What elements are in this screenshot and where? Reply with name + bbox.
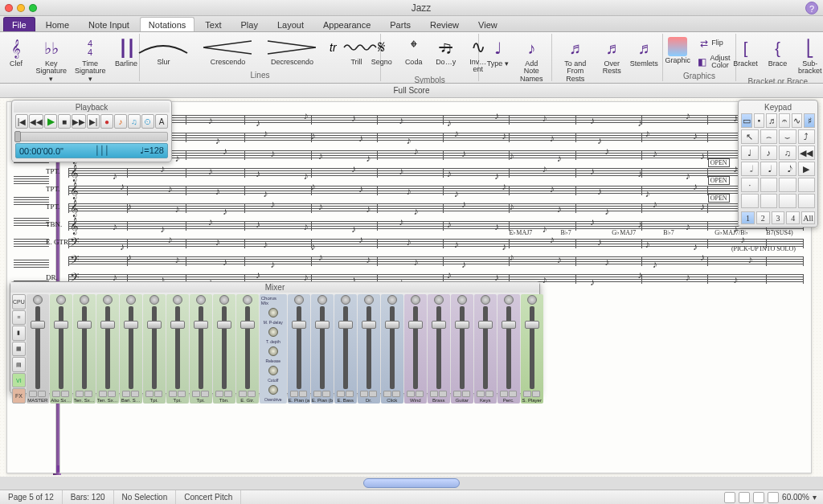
pan-knob[interactable] — [364, 295, 374, 305]
solo-button[interactable] — [439, 391, 447, 397]
mixer-channel[interactable]: Wind — [404, 294, 427, 404]
view-mode-4-button[interactable] — [768, 492, 779, 503]
slider-thumb[interactable] — [14, 131, 21, 142]
kp-r1c4[interactable]: ⤴ — [798, 129, 816, 144]
volume-fader[interactable] — [366, 306, 371, 389]
fader-cap[interactable] — [31, 321, 45, 329]
zoom-level[interactable]: 60.00% — [782, 493, 809, 502]
volume-fader[interactable] — [460, 306, 465, 389]
pan-knob[interactable] — [33, 295, 43, 305]
volume-fader[interactable] — [506, 306, 511, 389]
mixer-channel[interactable]: E. Pian (b) — [311, 294, 334, 404]
mute-button[interactable] — [407, 391, 415, 397]
kp-r1c3[interactable]: ⌣ — [779, 129, 796, 144]
pan-knob[interactable] — [504, 295, 514, 305]
forward-button[interactable]: ▶▶ — [72, 114, 86, 129]
zoom-icon[interactable] — [29, 4, 37, 12]
volume-fader[interactable] — [413, 306, 418, 389]
close-icon[interactable] — [5, 4, 13, 12]
pan-knob[interactable] — [294, 295, 304, 305]
mixer-channel[interactable]: Tbn. — [213, 294, 235, 404]
solo-button[interactable] — [61, 391, 69, 397]
pan-knob[interactable] — [149, 295, 159, 305]
fx-knob[interactable] — [268, 366, 278, 375]
mute-button[interactable] — [337, 391, 345, 397]
key-signature-button[interactable]: ♭♭Key Signature ▾ — [35, 35, 68, 84]
time-signature-button[interactable]: 44Time Signature ▾ — [72, 35, 108, 84]
fader-cap[interactable] — [170, 321, 185, 329]
mixer-view2-button[interactable]: ▮ — [12, 326, 26, 341]
solo-button[interactable] — [416, 391, 424, 397]
fader-cap[interactable] — [54, 321, 68, 329]
staff[interactable]: 𝄞♪♪♪♪♪♪♪♪♪♪♪♪♪♪ — [68, 133, 803, 142]
volume-fader[interactable] — [105, 306, 110, 389]
dont-play-button[interactable]: ♫Do…y — [432, 35, 460, 68]
fader-cap[interactable] — [478, 321, 493, 329]
kp-r2c1[interactable]: ♩ — [741, 145, 759, 160]
horizontal-scrollbar[interactable] — [0, 477, 823, 490]
beam-over-rests-button[interactable]: ♬Over Rests — [598, 35, 625, 77]
volume-fader[interactable] — [390, 306, 395, 389]
decrescendo-button[interactable]: Decrescendo — [262, 35, 321, 68]
mixer-channel[interactable]: Click — [381, 294, 403, 404]
mixer-vi-button[interactable]: VI — [12, 373, 26, 388]
keypad-filter-1[interactable]: 1 — [741, 211, 755, 224]
pan-knob[interactable] — [243, 295, 252, 305]
staff[interactable]: E. GTR.𝄢♪♪♪♪♪♪♪♪♪♪♪♪♪♪E♭MAJ7B♭7G♭MAJ7B♭7… — [68, 239, 803, 248]
record-button[interactable]: ● — [100, 114, 113, 129]
solo-button[interactable] — [462, 391, 470, 397]
mute-button[interactable] — [477, 391, 485, 397]
timeline-slider[interactable] — [15, 132, 168, 141]
keypad-tab-e[interactable]: ∿ — [792, 113, 803, 128]
pan-knob[interactable] — [457, 295, 467, 305]
play-button[interactable]: ▶ — [44, 114, 57, 129]
volume-fader[interactable] — [320, 306, 325, 389]
mute-button[interactable] — [145, 391, 154, 397]
kp-r3c4[interactable]: ▶ — [798, 162, 816, 176]
fader-cap[interactable] — [124, 321, 138, 329]
keypad-tab-c[interactable]: ♬ — [766, 113, 777, 128]
solo-button[interactable] — [178, 391, 186, 397]
metronome-button[interactable]: A — [155, 114, 168, 129]
mixer-channel[interactable]: Ten. Sx… — [73, 294, 96, 404]
fader-cap[interactable] — [77, 321, 92, 329]
pan-knob[interactable] — [80, 295, 89, 305]
stemlets-button[interactable]: ♬Stemlets — [630, 35, 657, 69]
keypad-panel[interactable]: Keypad ▭•♬𝄐∿♯ ↖⌢⌣⤴ ♩♪♫◀◀ 𝅗𝅥𝅘𝅥𝅘𝅥𝅮▶ · 1 2 … — [738, 100, 818, 227]
mute-button[interactable] — [383, 391, 391, 397]
mixer-channel[interactable]: Bari. S… — [120, 294, 142, 404]
flip-button[interactable]: ⇄Flip — [696, 35, 735, 51]
crescendo-button[interactable]: Crescendo — [198, 35, 257, 68]
keypad-filter-2[interactable]: 2 — [756, 211, 770, 224]
solo-button[interactable] — [485, 391, 493, 397]
mixer-channel[interactable]: S. Player — [521, 294, 543, 404]
mixer-channel[interactable]: Perc. — [497, 294, 520, 404]
solo-button[interactable] — [532, 391, 540, 397]
kp-r5c3[interactable] — [779, 194, 796, 208]
mixer-channel[interactable]: E. Bass — [334, 294, 357, 404]
tab-text[interactable]: Text — [196, 17, 230, 31]
mixer-channel[interactable]: E. Pian (a) — [288, 294, 310, 404]
playback-panel[interactable]: Playback |◀ ◀◀ ▶ ■ ▶▶ ▶| ● ♪ ♫ ⏲ A 00:00… — [11, 100, 172, 162]
mixer-channel[interactable]: Dr. — [358, 294, 380, 404]
volume-fader[interactable] — [436, 306, 441, 389]
kp-r1c1[interactable]: ↖ — [741, 129, 759, 144]
kp-r2c4[interactable]: ◀◀ — [798, 145, 816, 160]
solo-button[interactable] — [248, 391, 256, 397]
tab-review[interactable]: Review — [421, 17, 468, 31]
kp-r3c2[interactable]: 𝅘𝅥 — [760, 162, 778, 176]
scrollbar-thumb[interactable] — [363, 478, 460, 488]
pan-knob[interactable] — [481, 295, 490, 305]
solo-button[interactable] — [108, 391, 116, 397]
mixer-view1-button[interactable]: ≡ — [12, 310, 26, 326]
fader-cap[interactable] — [217, 321, 231, 329]
mixer-panel[interactable]: Mixer CPU ≡ ▮ ▦ ▤ VI FX MASTERAlto Sx…Te… — [10, 281, 540, 394]
graphic-button[interactable]: Graphic — [664, 35, 691, 66]
kp-r5c2[interactable] — [760, 194, 778, 208]
pan-knob[interactable] — [126, 295, 136, 305]
mute-button[interactable] — [215, 391, 223, 397]
tab-parts[interactable]: Parts — [381, 17, 420, 31]
mixer-channel[interactable]: MASTER — [27, 294, 49, 404]
tab-play[interactable]: Play — [232, 17, 267, 31]
beam-to-rests-button[interactable]: ♬To and From Rests — [557, 35, 593, 84]
